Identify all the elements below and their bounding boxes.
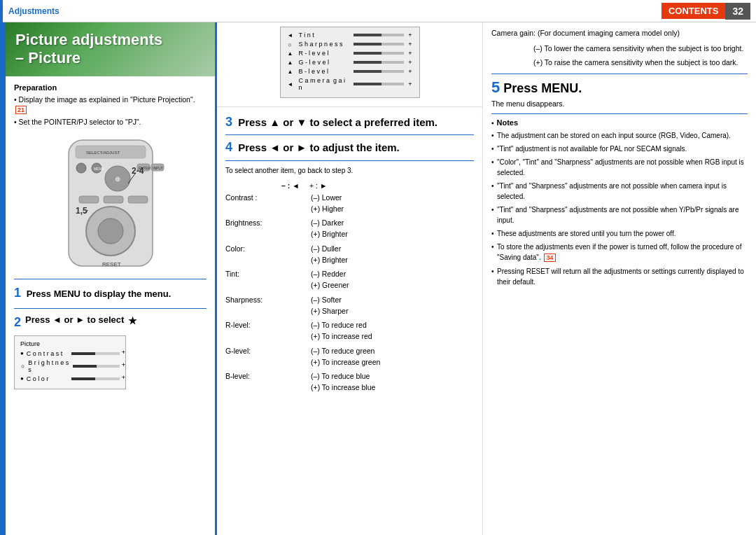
adj-row-0: Contrast : (–) Lower (+) Higher <box>225 193 474 215</box>
note-item-6: To store the adjustments even if the pow… <box>491 242 748 263</box>
svg-rect-14 <box>79 196 99 203</box>
menu-row-contrast: ● C o n t r a s t <box>20 350 120 357</box>
adj-neg-1 <box>283 218 311 240</box>
adj-label-1: Brightness: <box>225 218 283 240</box>
step-2-num: 2 <box>14 314 21 331</box>
tint-osd-label: T i n t <box>299 32 349 39</box>
svg-rect-15 <box>104 196 123 203</box>
adj-row-5: R-level: (–) To reduce red (+) To increa… <box>225 320 474 342</box>
camera-gain-line-2: (+) To raise the camera sensitivity when… <box>533 57 748 69</box>
svg-text:1,5: 1,5 <box>76 206 88 216</box>
step-5-title: 5 Press MENU. <box>491 78 748 97</box>
contrast-icon: ● <box>20 350 24 356</box>
camera-gain-section: Camera gain: (For document imaging camer… <box>491 28 748 74</box>
menu-row-color: ● C o l o r <box>20 375 120 382</box>
preparation-label: Preparation <box>14 83 206 92</box>
osd-row-glevel: ▲ G - l e v e l + <box>288 59 412 66</box>
adj-row-3: Tint: (–) Redder (+) Greener <box>225 269 474 291</box>
notes-icon: ▪ <box>491 119 494 127</box>
adjust-rows-container: Contrast : (–) Lower (+) Higher Brightne… <box>225 193 474 394</box>
blevel-plus: + <box>408 68 412 75</box>
note-item-3: "Tint" and "Sharpness" adjustments are n… <box>491 181 748 202</box>
step-2-block: 2 Press ◄ or ► to select ★ Picture ● C o… <box>14 308 206 393</box>
picture-menu-title: Picture <box>20 340 120 347</box>
remote-diagram: SELECT/ADJUST MENU ⊕ ENTER <box>41 133 181 273</box>
glevel-icon: ▲ <box>288 60 295 66</box>
adj-pos-2: (–) Duller (+) Brighter <box>311 244 474 266</box>
step-3-title: 3 Press ▲ or ▼ to select a preferred ite… <box>225 114 474 135</box>
adj-neg-5 <box>283 320 311 342</box>
step-1-title: 1 Press MENU to display the menu. <box>14 285 206 301</box>
svg-text:2-4: 2-4 <box>132 166 144 176</box>
prep-bullet-1: • Display the image as explained in "Pic… <box>14 95 206 115</box>
svg-text:⊕: ⊕ <box>115 175 120 183</box>
adjust-table: – : ◄ + : ► Contrast : (–) Lower (+) Hig… <box>225 181 474 394</box>
step-1-num: 1 <box>14 286 21 300</box>
svg-text:MENU: MENU <box>94 167 104 171</box>
note-item-1: "Tint" adjustment is not available for P… <box>491 144 748 154</box>
brightness-label: B r i g h t n e s s <box>28 359 70 373</box>
page-title-box: Picture adjustments – Picture <box>6 22 215 76</box>
camera-gain-details: (–) To lower the camera sensitivity when… <box>491 43 748 69</box>
adj-neg-7 <box>283 371 311 394</box>
color-label: C o l o r <box>27 375 69 382</box>
color-slider <box>71 377 120 380</box>
osd-row-rlevel: ▲ R - l e v e l + <box>288 50 412 57</box>
adjust-header: – : ◄ + : ► <box>225 181 474 190</box>
adj-row-2: Color: (–) Duller (+) Brighter <box>225 244 474 266</box>
sharpness-osd-label: S h a r p n e s s <box>299 41 349 48</box>
adj-label-7: B-level: <box>225 371 283 394</box>
rlevel-osd-label: R - l e v e l <box>299 50 349 57</box>
left-column: Picture adjustments – Picture Preparatio… <box>0 22 217 535</box>
ref-34[interactable]: 34 <box>544 253 555 262</box>
adjustments-label: Adjustments <box>8 6 59 16</box>
adj-neg-6 <box>283 346 311 368</box>
glevel-plus: + <box>408 59 412 66</box>
adj-neg-4 <box>283 295 311 317</box>
col-accent-stripe <box>3 22 6 535</box>
sharpness-slider <box>354 43 405 46</box>
osd-row-tint: ◄ T i n t + <box>288 32 412 39</box>
svg-point-3 <box>76 163 86 173</box>
step-2-title: 2 Press ◄ or ► to select ★ <box>14 314 206 331</box>
osd-row-camera-gain: ◄ C a m e r a g a i n + <box>288 77 412 91</box>
notes-list: The adjustment can be stored on each inp… <box>491 130 748 287</box>
menu-disappears-text: The menu disappears. <box>491 99 748 108</box>
adj-pos-1: (–) Darker (+) Brighter <box>311 218 474 240</box>
adj-row-4: Sharpness: (–) Softer (+) Sharper <box>225 295 474 317</box>
step-4-note: To select another item, go back to step … <box>225 167 474 174</box>
step-5-num: 5 <box>491 78 500 96</box>
adj-label-6: G-level: <box>225 346 283 368</box>
osd-menu-diagram: ◄ T i n t + ☼ S h a r p n e s s + ▲ R - … <box>280 27 420 98</box>
adj-neg-3 <box>283 269 311 291</box>
svg-text:INPUT: INPUT <box>153 166 163 170</box>
camera-gain-icon: ◄ <box>288 81 295 88</box>
page-number: 32 <box>725 3 750 20</box>
adj-neg-2 <box>283 244 311 266</box>
adj-neg-header: – : ◄ <box>281 181 309 190</box>
adj-label-4: Sharpness: <box>225 295 283 317</box>
sharpness-plus: + <box>408 41 412 48</box>
remote-svg: SELECT/ADJUST MENU ⊕ ENTER <box>41 133 181 273</box>
adj-neg-0 <box>283 193 311 215</box>
adj-label-0: Contrast : <box>225 193 283 215</box>
notes-label: ▪ Notes <box>491 118 748 127</box>
note-item-5: These adjustments are stored until you t… <box>491 228 748 239</box>
adj-pos-4: (–) Softer (+) Sharper <box>311 295 474 317</box>
adj-pos-7: (–) To reduce blue (+) To increase blue <box>311 371 474 394</box>
mid-steps-section: 3 Press ▲ or ▼ to select a preferred ite… <box>217 107 482 535</box>
glevel-slider <box>354 61 405 64</box>
adj-row-7: B-level: (–) To reduce blue (+) To incre… <box>225 371 474 394</box>
adj-pos-6: (–) To reduce green (+) To increase gree… <box>311 346 474 368</box>
note-item-4: "Tint" and "Sharpness" adjustments are n… <box>491 204 748 225</box>
osd-row-blevel: ▲ B - l e v e l + <box>288 68 412 75</box>
note-item-2: "Color", "Tint" and "Sharpness" adjustme… <box>491 157 748 178</box>
adj-row-6: G-level: (–) To reduce green (+) To incr… <box>225 346 474 368</box>
contents-button[interactable]: CONTENTS <box>662 3 726 19</box>
camera-gain-plus: + <box>408 81 412 88</box>
svg-rect-16 <box>128 196 148 203</box>
svg-text:SELECT/ADJUST: SELECT/ADJUST <box>86 151 120 155</box>
ref-21[interactable]: 21 <box>15 106 27 114</box>
middle-column: ◄ T i n t + ☼ S h a r p n e s s + ▲ R - … <box>217 22 483 535</box>
tint-icon: ◄ <box>288 32 295 39</box>
